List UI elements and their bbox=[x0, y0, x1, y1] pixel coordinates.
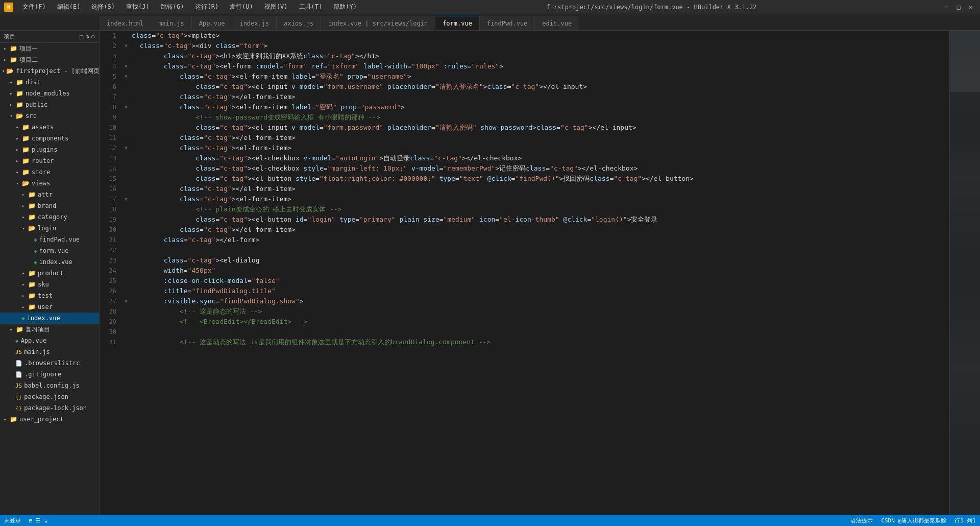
sidebar-item-gitignore[interactable]: 📄.gitignore bbox=[0, 369, 99, 380]
sidebar-item-dist[interactable]: ▸📁dist bbox=[0, 77, 99, 88]
line-content[interactable]: class="c-tag"><el-dialog bbox=[130, 255, 949, 266]
sidebar-item-formvue[interactable]: ◈form.vue bbox=[0, 245, 99, 256]
fold-icon[interactable]: ▼ bbox=[122, 41, 130, 51]
line-content[interactable]: class="c-tag"><el-input v-model="form.us… bbox=[130, 82, 949, 92]
folder-icon: 📁 bbox=[15, 89, 23, 98]
file-icon: {} bbox=[15, 405, 22, 412]
fold-icon[interactable]: ▼ bbox=[122, 194, 130, 204]
sidebar-item-label: plugins bbox=[32, 146, 58, 153]
sidebar-item-sku[interactable]: ▸📁sku bbox=[0, 279, 99, 290]
sidebar-item-userproject[interactable]: ▸📁user_project bbox=[0, 414, 99, 425]
line-content[interactable]: <!-- <BreadEdit></BreadEdit> --> bbox=[130, 317, 949, 327]
tab-index-vue---src-views-login[interactable]: index.vue | src/views/login bbox=[321, 16, 435, 30]
tab-app-vue[interactable]: App.vue bbox=[192, 16, 233, 30]
line-content[interactable]: :title="findPwdDialog.title" bbox=[130, 286, 949, 296]
menu-item[interactable]: 跳转(G) bbox=[156, 1, 189, 13]
sidebar-item-components[interactable]: ▸📁components bbox=[0, 133, 99, 144]
line-content[interactable]: class="c-tag"><el-button style="float:ri… bbox=[130, 174, 949, 184]
sidebar-item-test[interactable]: ▸📁test bbox=[0, 290, 99, 301]
sidebar-item-login[interactable]: ▾📂login bbox=[0, 223, 99, 234]
sidebar-item-proj1[interactable]: ▸📁项目一 bbox=[0, 43, 99, 54]
sidebar-item-firstproject[interactable]: ▾📂firstproject - [前端网页] bbox=[0, 65, 99, 77]
line-content[interactable]: :visible.sync="findPwdDialog.show"> bbox=[130, 296, 949, 306]
menu-item[interactable]: 查找(J) bbox=[121, 1, 155, 13]
sidebar-item-public[interactable]: ▸📁public bbox=[0, 99, 99, 110]
tab-edit-vue[interactable]: edit.vue bbox=[535, 16, 579, 30]
fold-icon[interactable]: ▼ bbox=[122, 102, 130, 112]
line-content[interactable]: class="c-tag"></el-form> bbox=[130, 235, 949, 245]
fold-icon[interactable]: ▼ bbox=[122, 143, 130, 153]
line-content[interactable]: class="c-tag"><mplate> bbox=[130, 31, 949, 41]
tab-index-js[interactable]: index.js bbox=[232, 16, 277, 30]
line-content[interactable]: class="c-tag"><el-form-item label="登录名" … bbox=[130, 71, 949, 82]
sidebar-item-store[interactable]: ▸📁store bbox=[0, 166, 99, 178]
sidebar-item-findPwd[interactable]: ◈findPwd.vue bbox=[0, 234, 99, 245]
menu-item[interactable]: 编辑(E) bbox=[52, 1, 86, 13]
sidebar-item-plugins[interactable]: ▸📁plugins bbox=[0, 144, 99, 155]
menu-item[interactable]: 工具(T) bbox=[294, 1, 328, 13]
fold-icon[interactable]: ▼ bbox=[122, 296, 130, 306]
sidebar-item-fuxiproj[interactable]: ▸📁复习项目 bbox=[0, 324, 99, 335]
tab-findpwd-vue[interactable]: findPwd.vue bbox=[480, 16, 535, 30]
line-content[interactable]: class="c-tag"><h1>欢迎来到我们的XX系统class="c-ta… bbox=[130, 51, 949, 61]
tab-form-vue[interactable]: form.vue bbox=[435, 16, 480, 30]
menu-item[interactable]: 帮助(Y) bbox=[328, 1, 362, 13]
sidebar-item-product[interactable]: ▸📁product bbox=[0, 268, 99, 279]
line-content[interactable]: class="c-tag"><el-form-item label="密码" p… bbox=[130, 102, 949, 112]
line-content[interactable]: class="c-tag"><el-form-item> bbox=[130, 143, 949, 153]
line-content[interactable]: class="c-tag"></el-form-item> bbox=[130, 225, 949, 235]
sidebar-item-indexvue[interactable]: ◈index.vue bbox=[0, 256, 99, 268]
line-content[interactable]: class="c-tag"><el-form-item> bbox=[130, 194, 949, 204]
line-content[interactable]: <!-- show-password变成密码输入框 有小眼睛的那种 --> bbox=[130, 112, 949, 123]
close-button[interactable]: ✕ bbox=[966, 2, 976, 12]
minimize-button[interactable]: ─ bbox=[941, 2, 951, 12]
sidebar-item-proj2[interactable]: ▸📁项目二 bbox=[0, 54, 99, 65]
line-content[interactable]: <!-- 这是动态的写法 is是我们用的组件对象这里就是下方动态引入的brand… bbox=[130, 337, 949, 347]
sidebar-item-appvue[interactable]: ◈App.vue bbox=[0, 335, 99, 346]
window-controls[interactable]: ─ □ ✕ bbox=[941, 2, 976, 12]
line-content[interactable]: class="c-tag"></el-form-item> bbox=[130, 92, 949, 102]
sidebar-item-src[interactable]: ▾📂src bbox=[0, 110, 99, 122]
sidebar-item-pkgjson[interactable]: {}package.json bbox=[0, 391, 99, 402]
sidebar-item-indexvue2[interactable]: ◈index.vue bbox=[0, 313, 99, 324]
menu-item[interactable]: 视图(V) bbox=[259, 1, 293, 13]
tab-main-js[interactable]: main.js bbox=[151, 16, 192, 30]
menu-item[interactable]: 发行(U) bbox=[225, 1, 258, 13]
tab-index-html[interactable]: index.html bbox=[100, 16, 151, 30]
sidebar-item-browserslist[interactable]: 📄.browserslistrc bbox=[0, 357, 99, 369]
sidebar-item-views[interactable]: ▾📂views bbox=[0, 178, 99, 189]
sidebar-item-mainjs[interactable]: JSmain.js bbox=[0, 346, 99, 357]
tab-axios-js[interactable]: axios.js bbox=[277, 16, 321, 30]
line-content[interactable]: :close-on-click-modal="false" bbox=[130, 276, 949, 286]
line-content[interactable]: class="c-tag"><el-checkbox v-model="auto… bbox=[130, 153, 949, 163]
menu-item[interactable]: 文件(F) bbox=[17, 1, 51, 13]
line-content[interactable] bbox=[130, 327, 949, 337]
menu-item[interactable]: 选择(S) bbox=[86, 1, 120, 13]
fold-icon[interactable]: ▼ bbox=[122, 71, 130, 82]
sidebar-item-pkglock[interactable]: {}package-lock.json bbox=[0, 402, 99, 414]
line-content[interactable]: class="c-tag"><el-checkbox style="margin… bbox=[130, 163, 949, 174]
sidebar-item-babelconfig[interactable]: JSbabel.config.js bbox=[0, 380, 99, 391]
code-container[interactable]: 1class="c-tag"><mplate>2▼ class="c-tag">… bbox=[100, 31, 949, 515]
sidebar-item-assets[interactable]: ▸📁assets bbox=[0, 122, 99, 133]
line-content[interactable]: class="c-tag"><el-button id="login" type… bbox=[130, 214, 949, 225]
sidebar-item-router[interactable]: ▸📁router bbox=[0, 155, 99, 166]
line-content[interactable]: class="c-tag"><div class="form"> bbox=[130, 41, 949, 51]
line-content[interactable]: width="450px" bbox=[130, 266, 949, 276]
line-content[interactable]: class="c-tag"><el-form :model="form" ref… bbox=[130, 61, 949, 71]
line-content[interactable]: <!-- plain变成空心的 移上去时变成实体 --> bbox=[130, 204, 949, 214]
maximize-button[interactable]: □ bbox=[953, 2, 964, 12]
line-content[interactable]: class="c-tag"></el-form-item> bbox=[130, 133, 949, 143]
sidebar-item-user[interactable]: ▸📁user bbox=[0, 301, 99, 313]
menu-bar-top[interactable]: 文件(F)编辑(E)选择(S)查找(J)跳转(G)运行(R)发行(U)视图(V)… bbox=[17, 1, 362, 13]
sidebar-item-node_modules[interactable]: ▸📁node_modules bbox=[0, 88, 99, 99]
sidebar-item-brand[interactable]: ▸📁brand bbox=[0, 200, 99, 211]
menu-item[interactable]: 运行(R) bbox=[190, 1, 224, 13]
sidebar-item-attr[interactable]: ▸📁attr bbox=[0, 189, 99, 200]
sidebar-item-category[interactable]: ▸📁category bbox=[0, 211, 99, 223]
line-content[interactable]: class="c-tag"><el-input v-model="form.pa… bbox=[130, 123, 949, 133]
line-content[interactable]: <!-- 这是静态的写法 --> bbox=[130, 306, 949, 317]
line-content[interactable]: class="c-tag"></el-form-item> bbox=[130, 184, 949, 194]
fold-icon[interactable]: ▼ bbox=[122, 61, 130, 71]
line-content[interactable] bbox=[130, 245, 949, 255]
